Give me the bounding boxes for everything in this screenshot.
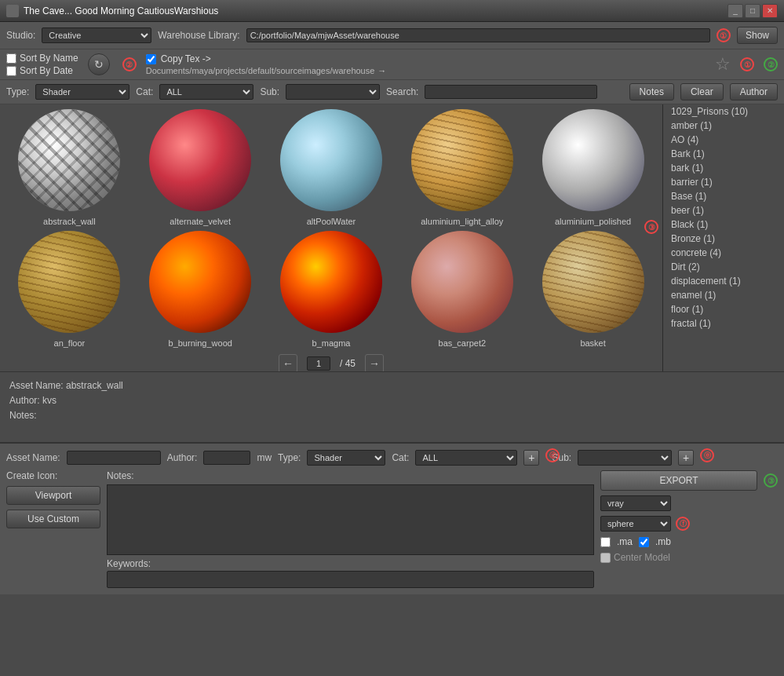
window-controls: _ □ ✕: [727, 4, 778, 18]
sort-options: Sort By Name Sort By Date: [6, 53, 78, 76]
toolbar-row1: Studio: Creative Warehouse Library: ① Sh…: [0, 22, 784, 49]
renderer-row: vray arnold: [600, 495, 757, 511]
grid-item-b-magma[interactable]: b_magma: [268, 231, 395, 348]
add-sub-button[interactable]: +: [678, 450, 694, 466]
grid-item-alternate-velvet[interactable]: alternate_velvet: [137, 109, 264, 226]
keywords-section: Keywords:: [107, 558, 594, 588]
sidebar-item-beer[interactable]: beer (1): [663, 203, 784, 217]
author-button[interactable]: Author: [730, 83, 778, 100]
notes-textarea[interactable]: [107, 484, 594, 555]
sidebar-item-dirt[interactable]: Dirt (2): [663, 260, 784, 274]
sidebar-item-floor[interactable]: floor (1): [663, 302, 784, 316]
grid-item-b-burning-wood[interactable]: b_burning_wood: [137, 231, 264, 348]
label-aluminium-polished: aluminium_polished: [555, 217, 631, 226]
renderer-select[interactable]: vray arnold: [600, 495, 671, 511]
sidebar-item-base[interactable]: Base (1): [663, 189, 784, 203]
bottom-author-input[interactable]: [203, 451, 250, 465]
label-basket: basket: [580, 338, 605, 348]
bottom-asset-name-label: Asset Name:: [6, 452, 60, 463]
bottom-type-select[interactable]: Shader: [307, 450, 385, 466]
notes-bottom-label: Notes:: [107, 470, 594, 481]
type-filter-label: Type:: [6, 86, 29, 97]
use-custom-button[interactable]: Use Custom: [6, 510, 100, 528]
refresh-button[interactable]: ↻: [88, 53, 110, 75]
grid-item-abstrack-wall[interactable]: abstrack_wall: [6, 109, 133, 226]
sort-by-date-checkbox[interactable]: [6, 66, 16, 76]
ma-label: .ma: [617, 536, 633, 547]
copy-tex-checkbox[interactable]: [146, 54, 156, 64]
circle-e-badge: ⓔ: [700, 448, 714, 462]
app-icon: [6, 5, 19, 17]
sphere-b-magma: [280, 231, 382, 333]
mb-checkbox[interactable]: [639, 537, 649, 547]
sidebar-item-amber[interactable]: amber (1): [663, 119, 784, 133]
sidebar-item-displacement[interactable]: displacement (1): [663, 274, 784, 288]
page-number-input[interactable]: [307, 356, 330, 371]
sort-by-name-row: Sort By Name: [6, 53, 78, 64]
studio-select[interactable]: Creative: [42, 27, 151, 43]
shape-select[interactable]: sphere cube: [600, 516, 671, 532]
grid-item-an-floor[interactable]: an_floor: [6, 231, 133, 348]
grid-item-basket[interactable]: basket: [530, 231, 656, 348]
sidebar-item-enamel[interactable]: enamel (1): [663, 288, 784, 302]
studio-label: Studio:: [6, 30, 35, 41]
warehouse-path-input[interactable]: [246, 28, 710, 42]
sphere-abstrack-wall: [18, 109, 120, 211]
bottom-asset-name-input[interactable]: [67, 451, 161, 465]
sidebar-item-black[interactable]: Black (1): [663, 217, 784, 232]
grid-area: abstrack_wall alternate_velvet altPoolWa…: [0, 104, 662, 371]
bottom-author-label: Author:: [167, 452, 198, 463]
sort-by-name-checkbox[interactable]: [6, 53, 16, 64]
type-filter-select[interactable]: Shader: [35, 84, 129, 100]
bottom-cat-label: Cat:: [392, 452, 409, 463]
copy-tex-top: Copy Tex ->: [146, 53, 387, 64]
sphere-b-burning-wood: [149, 231, 251, 333]
bottom-author-value: mw: [257, 452, 272, 463]
keywords-input[interactable]: [107, 571, 594, 588]
sidebar-item-concrete[interactable]: concrete (4): [663, 246, 784, 260]
tex-path-arrow: →: [377, 66, 386, 75]
bottom-panel: Asset Name: Author: mw Type: Shader Cat:…: [0, 442, 784, 594]
center-model-checkbox[interactable]: [600, 553, 611, 563]
show-button[interactable]: Show: [737, 27, 778, 44]
search-input[interactable]: [425, 85, 597, 99]
grid-item-aluminium-polished[interactable]: aluminium_polished: [530, 109, 656, 226]
bottom-row1: Asset Name: Author: mw Type: Shader Cat:…: [6, 450, 778, 466]
bottom-main: Create Icon: Viewport Use Custom Notes: …: [6, 470, 778, 588]
grid-item-bas-carpet2[interactable]: bas_carpet2: [399, 231, 525, 348]
clear-button[interactable]: Clear: [680, 83, 724, 100]
next-page-button[interactable]: →: [365, 354, 384, 371]
sidebar-item-1029-prisons[interactable]: 1029_Prisons (10): [663, 104, 784, 119]
sphere-bas-carpet2: [411, 231, 513, 333]
maximize-button[interactable]: □: [745, 4, 760, 18]
sidebar-item-bronze[interactable]: Bronze (1): [663, 232, 784, 246]
bottom-sub-select[interactable]: [578, 450, 672, 466]
info-author: Author: kvs: [9, 393, 775, 408]
create-icon-label: Create Icon:: [6, 470, 100, 481]
grid-item-aluminium-light[interactable]: aluminium_light_alloy: [399, 109, 525, 226]
file-format-checks: .ma .mb: [600, 536, 757, 547]
minimize-button[interactable]: _: [727, 4, 743, 18]
grid-item-altpoolwater[interactable]: altPoolWater: [268, 109, 395, 226]
notes-button[interactable]: Notes: [629, 83, 674, 100]
pagination: ← / 45 →: [6, 348, 656, 371]
sidebar-item-barrier[interactable]: barrier (1): [663, 175, 784, 189]
add-cat-button[interactable]: +: [523, 450, 539, 466]
shape-row: sphere cube ⓕ: [600, 516, 757, 532]
cat-filter-select[interactable]: ALL: [159, 84, 253, 100]
sub-filter-select[interactable]: [286, 84, 380, 100]
favorites-star[interactable]: ☆: [715, 54, 731, 75]
prev-page-button[interactable]: ←: [279, 354, 297, 371]
ma-checkbox[interactable]: [600, 537, 611, 547]
bottom-cat-select[interactable]: ALL: [415, 450, 517, 466]
circle-top-right: ①: [740, 57, 754, 71]
sidebar-item-fractal[interactable]: fractal (1): [663, 316, 784, 331]
viewport-button[interactable]: Viewport: [6, 486, 100, 505]
close-button[interactable]: ✕: [762, 4, 778, 18]
category-list: 1029_Prisons (10) amber (1) AO (4) Bark …: [663, 104, 784, 371]
sidebar-item-bark-lower[interactable]: bark (1): [663, 161, 784, 175]
sidebar-item-ao[interactable]: AO (4): [663, 133, 784, 147]
export-button[interactable]: EXPORT: [600, 470, 757, 491]
label-bas-carpet2: bas_carpet2: [439, 338, 487, 348]
sidebar-item-bark-upper[interactable]: Bark (1): [663, 147, 784, 161]
